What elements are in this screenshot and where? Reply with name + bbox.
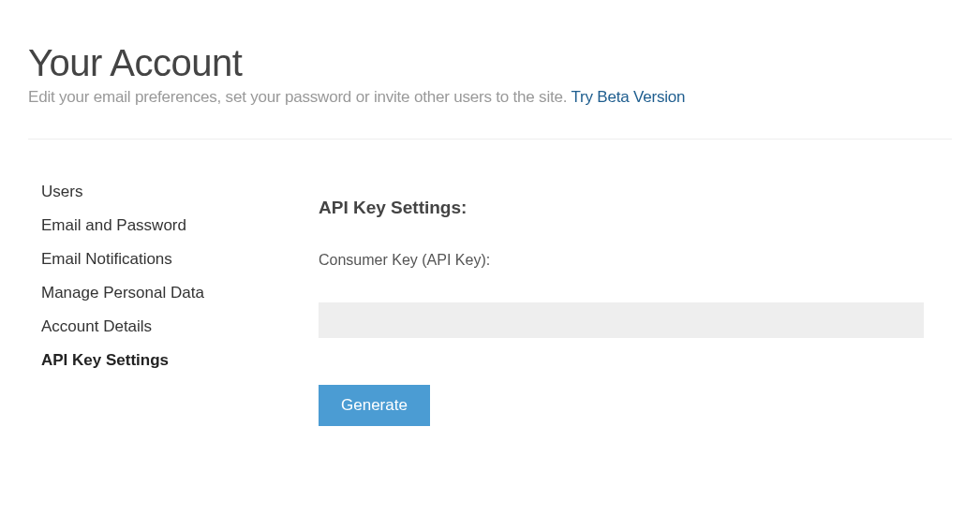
consumer-key-label: Consumer Key (API Key): bbox=[319, 252, 924, 269]
sidebar: Users Email and Password Email Notificat… bbox=[28, 175, 319, 426]
sidebar-item-account-details[interactable]: Account Details bbox=[41, 310, 319, 344]
sidebar-item-email-password[interactable]: Email and Password bbox=[41, 209, 319, 243]
sidebar-item-api-key-settings[interactable]: API Key Settings bbox=[41, 344, 319, 377]
sidebar-item-manage-personal-data[interactable]: Manage Personal Data bbox=[41, 276, 319, 310]
subtitle-text: Edit your email preferences, set your pa… bbox=[28, 88, 572, 106]
page-title: Your Account bbox=[28, 42, 952, 84]
generate-button[interactable]: Generate bbox=[319, 385, 430, 426]
divider bbox=[28, 139, 952, 140]
content-area: Users Email and Password Email Notificat… bbox=[28, 175, 952, 426]
main-panel: API Key Settings: Consumer Key (API Key)… bbox=[319, 175, 952, 426]
consumer-key-input[interactable] bbox=[319, 302, 924, 338]
sidebar-item-email-notifications[interactable]: Email Notifications bbox=[41, 243, 319, 276]
try-beta-link[interactable]: Try Beta Version bbox=[572, 88, 686, 106]
sidebar-item-users[interactable]: Users bbox=[41, 175, 319, 209]
section-title: API Key Settings: bbox=[319, 198, 924, 218]
page-subtitle: Edit your email preferences, set your pa… bbox=[28, 88, 952, 107]
